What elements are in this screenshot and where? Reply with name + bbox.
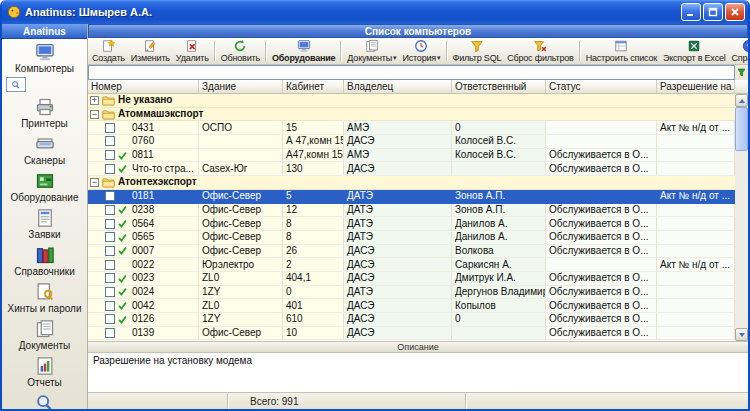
row-checkbox[interactable]	[105, 328, 115, 338]
equipment-icon	[35, 171, 55, 191]
toolbar-button-documents[interactable]: Документы▾	[344, 39, 399, 63]
minimize-button[interactable]	[681, 3, 701, 21]
column-header-1[interactable]: Номер	[88, 80, 199, 94]
sidebar-search-box[interactable]	[6, 77, 26, 92]
row-checkbox[interactable]	[105, 219, 115, 229]
column-header-6[interactable]: Статус	[546, 80, 657, 94]
table-row[interactable]: 0760А 47,комн 15ДАСЭКолосей В.С.	[88, 135, 735, 149]
maximize-button[interactable]	[703, 3, 723, 21]
sidebar-item-printers[interactable]: Принтеры	[2, 94, 87, 131]
sidebar-item-references[interactable]: Справочники	[2, 242, 87, 279]
table-row[interactable]: 0811А47,комн 15АМЭКолосей В.С.Обслуживае…	[88, 149, 735, 163]
sidebar-item-label: Документы	[19, 340, 71, 351]
column-header-2[interactable]: Здание	[199, 80, 283, 94]
sidebar-item-equipment[interactable]: Оборудование	[2, 168, 87, 205]
table-row[interactable]: 0238Офис-Север12ДАТЭЗонов А.П.Обслуживае…	[88, 204, 735, 218]
table-row[interactable]: 0007Офис-Север26ДАСЭВолковаОбслуживается…	[88, 245, 735, 259]
row-checkbox[interactable]	[105, 136, 115, 146]
toolbar-button-label: Создать	[92, 53, 125, 63]
table-row[interactable]: Что-то стра...Casex-Юг130ДАСЭОбслуживает…	[88, 162, 735, 176]
vertical-scrollbar[interactable]	[735, 94, 748, 341]
row-checkbox[interactable]	[105, 260, 115, 270]
scroll-thumb[interactable]	[735, 107, 748, 151]
sidebar-item-reports[interactable]: Отчеты	[2, 353, 87, 390]
column-header-3[interactable]: Кабинет	[283, 80, 344, 94]
window-body: Anatinus КомпьютерыПринтерыСканерыОборуд…	[2, 24, 748, 409]
table-row[interactable]: 0139Офис-Север10ДАСЭОбслуживается в О...	[88, 327, 735, 341]
toolbar-button-hardware[interactable]: Оборудование	[269, 39, 338, 63]
cell-status: Обслуживается в О...	[546, 204, 657, 218]
row-checkbox[interactable]	[105, 150, 115, 160]
scroll-track[interactable]	[735, 151, 748, 328]
toolbar-button-filter-clear[interactable]: Сброс фильтров	[504, 39, 576, 63]
table-row[interactable]: 0042ZL0401ДАСЭКопыловОбслуживается в О..…	[88, 299, 735, 313]
cell-number: 0811	[88, 149, 199, 163]
cell-permission	[657, 313, 735, 327]
toolbar-button-label: Оборудование	[272, 53, 335, 63]
row-checkbox[interactable]	[105, 205, 115, 215]
filter-input[interactable]	[88, 65, 735, 80]
column-header-5[interactable]: Ответственный	[452, 80, 546, 94]
sidebar-item-requests[interactable]: Заявки	[2, 205, 87, 242]
number-label: 0126	[132, 313, 154, 325]
toolbar-button-label: Документы	[347, 53, 392, 63]
scroll-down-button[interactable]	[735, 328, 748, 341]
reports-icon	[35, 356, 55, 376]
table-row[interactable]: 01261ZY610ДАСЭ0Обслуживается в О...	[88, 313, 735, 327]
group-row[interactable]: −Атонтехэкспорт	[88, 176, 735, 190]
row-checkbox[interactable]	[105, 123, 115, 133]
sidebar-item-computers[interactable]: Компьютеры	[2, 39, 87, 76]
close-button[interactable]	[725, 3, 745, 21]
toolbar-button-history[interactable]: История▾	[399, 39, 443, 63]
cell-number: Что-то стра...	[88, 162, 199, 176]
group-row[interactable]: −Атоммашэкспорт	[88, 108, 735, 122]
toolbar-button-excel[interactable]: Экспорт в Excel	[660, 39, 729, 63]
toolbar-button-edit[interactable]: Изменить	[128, 39, 173, 63]
collapse-icon[interactable]: −	[90, 178, 99, 187]
search-icon	[35, 393, 55, 409]
row-checkbox[interactable]	[105, 232, 115, 242]
row-checkbox[interactable]	[105, 287, 115, 297]
row-checkbox[interactable]	[105, 273, 115, 283]
row-checkbox[interactable]	[105, 164, 115, 174]
sidebar-item-scanners[interactable]: Сканеры	[2, 131, 87, 168]
table-row[interactable]: 00241ZY0ДАТЭДергунов ВладимирОбслуживает…	[88, 286, 735, 300]
row-checkbox[interactable]	[105, 191, 115, 201]
number-label: 0139	[132, 327, 154, 339]
group-row[interactable]: +Не указано	[88, 94, 735, 108]
cell-status: Обслуживается в О...	[546, 217, 657, 231]
toolbar-button-filter[interactable]: Фильтр SQL	[450, 39, 505, 63]
sidebar-item-passwords[interactable]: Хинты и пароли	[2, 279, 87, 316]
scroll-up-button[interactable]	[735, 94, 748, 107]
delete-icon	[185, 39, 199, 53]
table-row[interactable]: 0431ОСПО15АМЭ0Акт № н/д от ...	[88, 121, 735, 135]
collapse-icon[interactable]: −	[90, 110, 99, 119]
column-header-4[interactable]: Владелец	[344, 80, 452, 94]
title-bar[interactable]: Anatinus: Шмырев А.А.	[2, 0, 748, 24]
table-row[interactable]: 0023ZL0404,1ДАСЭДмитрук И.А.Обслуживаетс…	[88, 272, 735, 286]
toolbar-button-help[interactable]: ?Справка	[729, 39, 748, 63]
row-checkbox[interactable]	[105, 246, 115, 256]
cell-status: Обслуживается в О...	[546, 162, 657, 176]
toolbar-button-config-list[interactable]: Настроить список	[583, 39, 660, 63]
column-header-7[interactable]: Разрешение на...	[657, 80, 735, 94]
toolbar-button-refresh[interactable]: Обновить	[218, 39, 263, 63]
sidebar-item-search[interactable]: Поиск...	[2, 390, 87, 409]
table-row[interactable]: 0565Офис-Север8ДАТЭДанилов А.Обслуживает…	[88, 231, 735, 245]
table-row[interactable]: 0181Офис-Север5ДАТЭЗонов А.П.Акт № н/д о…	[88, 190, 735, 204]
close-icon	[730, 7, 740, 17]
sidebar-item-documents[interactable]: Документы	[2, 316, 87, 353]
cell-permission	[657, 327, 735, 341]
number-label: 0564	[132, 218, 154, 230]
table-row[interactable]: 0022Юрэлектро2ДАСЭСаркисян А.Акт № н/д о…	[88, 258, 735, 272]
filter-funnel-button[interactable]	[735, 65, 748, 80]
table-row[interactable]: 0564Офис-Север8ДАТЭДанилов А.Обслуживает…	[88, 217, 735, 231]
toolbar-button-create[interactable]: Создать	[89, 39, 128, 63]
group-label: Атоммашэкспорт	[118, 108, 203, 120]
row-checkbox[interactable]	[105, 314, 115, 324]
cell-owner: АМЭ	[344, 149, 452, 163]
cell-number: 0564	[88, 217, 199, 231]
row-checkbox[interactable]	[105, 301, 115, 311]
expand-icon[interactable]: +	[90, 96, 99, 105]
toolbar-button-delete[interactable]: Удалить	[173, 39, 212, 63]
